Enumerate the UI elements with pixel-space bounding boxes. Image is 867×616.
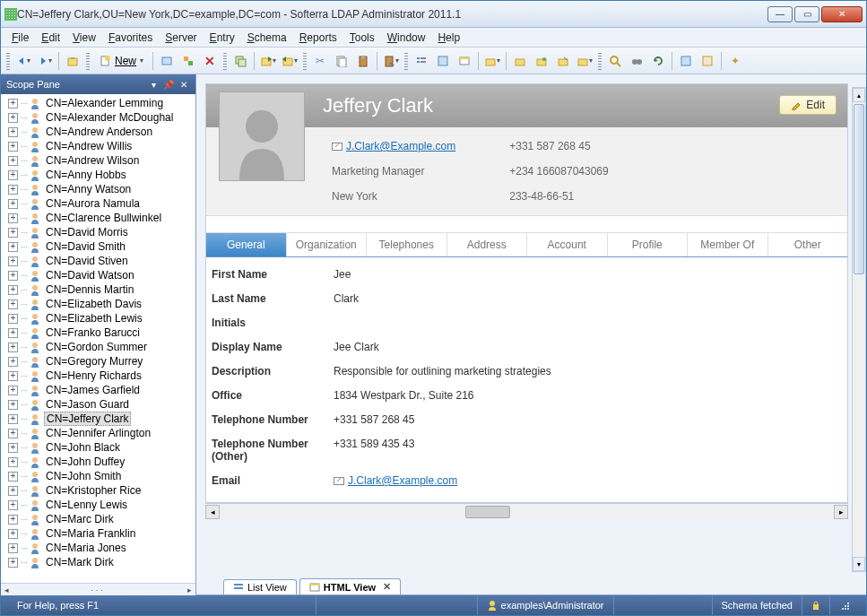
toolbar-grip[interactable] [223, 52, 227, 70]
up-button[interactable] [63, 51, 82, 71]
tab-address[interactable]: Address [447, 232, 528, 256]
expand-icon[interactable]: + [8, 457, 18, 467]
scope-tree[interactable]: +⋯CN=Alexander Lemming+⋯CN=Alexander McD… [1, 94, 195, 583]
tree-item[interactable]: +⋯CN=John Black [1, 440, 195, 455]
expand-icon[interactable]: + [8, 443, 18, 453]
expand-icon[interactable]: + [8, 429, 18, 438]
toolbar-grip[interactable] [404, 52, 408, 70]
tree-icon[interactable] [433, 51, 453, 71]
tree-item[interactable]: +⋯CN=Andrew Willis [1, 139, 195, 153]
horizontal-scrollbar[interactable]: ◂ ▸ [205, 503, 848, 519]
expand-icon[interactable]: + [8, 99, 18, 108]
delete-icon[interactable]: ✕ [200, 51, 220, 71]
tree-item[interactable]: +⋯CN=Elizabeth Lewis [1, 311, 195, 325]
menu-server[interactable]: Server [160, 30, 202, 46]
copy-dn-icon[interactable] [230, 51, 250, 71]
expand-icon[interactable]: + [8, 515, 18, 525]
expand-icon[interactable]: + [8, 242, 18, 252]
menu-tools[interactable]: Tools [344, 30, 380, 46]
expand-icon[interactable]: + [8, 271, 18, 281]
tree-item[interactable]: +⋯CN=Jason Guard [1, 397, 195, 412]
tree-item[interactable]: +⋯CN=Dennis Martin [1, 282, 195, 297]
tree-item[interactable]: +⋯CN=Alexander McDoughal [1, 110, 195, 125]
expand-icon[interactable]: + [8, 343, 18, 352]
tree-item[interactable]: +⋯CN=Mark Dirk [1, 555, 195, 569]
expand-icon[interactable]: + [8, 256, 18, 266]
tab-html-view[interactable]: HTML View ✕ [299, 578, 401, 594]
expand-icon[interactable]: + [8, 414, 18, 424]
refresh-icon[interactable] [648, 51, 668, 71]
tree-item[interactable]: +⋯CN=Maria Franklin [1, 526, 195, 541]
import-icon[interactable]: ▾ [280, 51, 299, 71]
tab-profile[interactable]: Profile [608, 232, 689, 256]
profile-email-link[interactable]: J.Clark@Example.com [346, 140, 455, 152]
folder3-icon[interactable] [532, 51, 551, 71]
back-button[interactable]: ▾ [13, 51, 33, 71]
scope-close-icon[interactable]: ✕ [178, 78, 190, 91]
expand-icon[interactable]: + [8, 213, 18, 223]
tree-item[interactable]: +⋯CN=James Garfield [1, 383, 195, 397]
menu-schema[interactable]: Schema [242, 30, 292, 46]
tree-item[interactable]: +⋯CN=Franko Barucci [1, 325, 195, 340]
tree-item[interactable]: +⋯CN=Andrew Wilson [1, 153, 195, 168]
tab-member-of[interactable]: Member Of [688, 232, 768, 256]
scope-scroll[interactable]: ◂∙∙∙▸ [1, 583, 195, 595]
expand-icon[interactable]: + [8, 199, 18, 209]
tree-item[interactable]: +⋯CN=Elizabeth Davis [1, 297, 195, 311]
expand-icon[interactable]: + [8, 400, 18, 410]
tree-item[interactable]: +⋯CN=John Duffey [1, 455, 195, 469]
tree-item[interactable]: +⋯CN=Alexander Lemming [1, 96, 195, 110]
scope-menu-icon[interactable]: ▾ [147, 78, 160, 91]
html-icon[interactable] [455, 51, 474, 71]
copy-icon[interactable] [332, 51, 351, 71]
tree-item[interactable]: +⋯CN=Clarence Bullwinkel [1, 211, 195, 225]
tree-item[interactable]: +⋯CN=John Smith [1, 469, 195, 483]
pin-icon[interactable]: 📌 [162, 78, 175, 91]
tree-item[interactable]: +⋯CN=David Stiven [1, 254, 195, 268]
expand-icon[interactable]: + [8, 285, 18, 295]
tree-item[interactable]: +⋯CN=Andrew Anderson [1, 125, 195, 139]
menu-favorites[interactable]: Favorites [103, 30, 158, 46]
tab-telephones[interactable]: Telephones [367, 232, 447, 256]
tree-item[interactable]: +⋯CN=Kristopher Rice [1, 483, 195, 498]
expand-icon[interactable]: + [8, 328, 18, 338]
menu-view[interactable]: View [67, 30, 101, 46]
menu-help[interactable]: Help [432, 30, 465, 46]
edit-button[interactable]: Edit [779, 95, 837, 115]
search-icon[interactable] [605, 51, 625, 71]
expand-icon[interactable]: + [8, 314, 18, 324]
menu-window[interactable]: Window [382, 30, 431, 46]
maximize-button[interactable]: ▭ [794, 6, 819, 22]
menu-entry[interactable]: Entry [204, 30, 240, 46]
new-button[interactable]: New ▾ [93, 55, 149, 67]
folder1-icon[interactable]: ▾ [482, 51, 502, 71]
menu-file[interactable]: File [6, 30, 34, 46]
tab-account[interactable]: Account [527, 232, 608, 256]
expand-icon[interactable]: + [8, 142, 18, 152]
expand-icon[interactable]: + [8, 113, 18, 123]
expand-icon[interactable]: + [8, 228, 18, 238]
tree-item[interactable]: +⋯CN=Anny Watson [1, 182, 195, 196]
expand-icon[interactable]: + [8, 386, 18, 395]
expand-icon[interactable]: + [8, 486, 18, 496]
tree-item[interactable]: +⋯CN=Anny Hobbs [1, 168, 195, 182]
expand-icon[interactable]: + [8, 299, 18, 309]
tree-item[interactable]: +⋯CN=Maria Jones [1, 541, 195, 555]
tree-item[interactable]: +⋯CN=Gregory Murrey [1, 354, 195, 369]
tree-item[interactable]: +⋯CN=David Watson [1, 268, 195, 282]
expand-icon[interactable]: + [8, 371, 18, 381]
cut-icon[interactable]: ✂ [310, 51, 330, 71]
expand-icon[interactable]: + [8, 156, 18, 166]
menu-reports[interactable]: Reports [294, 30, 342, 46]
toolbar-grip[interactable] [598, 52, 602, 70]
menu-edit[interactable]: Edit [36, 30, 65, 46]
folder4-icon[interactable] [553, 51, 573, 71]
paste-special-icon[interactable]: ▾ [381, 51, 401, 71]
view2-icon[interactable] [698, 51, 717, 71]
paste-icon[interactable] [353, 51, 373, 71]
tree-item[interactable]: +⋯CN=Gordon Summer [1, 340, 195, 354]
expand-icon[interactable]: + [8, 558, 18, 568]
detail-value[interactable]: J.Clark@Example.com [334, 474, 838, 487]
vertical-scrollbar[interactable]: ▴ ▾ [852, 87, 866, 572]
tab-general[interactable]: General [206, 232, 287, 256]
